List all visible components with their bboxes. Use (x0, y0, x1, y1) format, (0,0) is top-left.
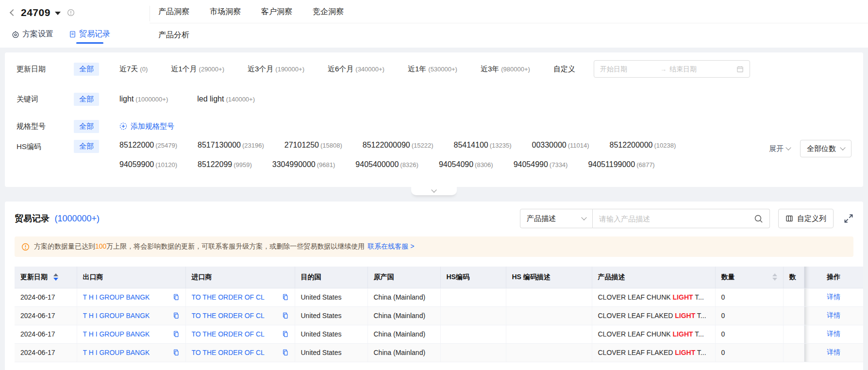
copy-icon[interactable] (173, 312, 180, 319)
product-search (593, 209, 770, 228)
keyword-option[interactable]: led light(140000+) (197, 95, 255, 103)
warning-icon (21, 243, 30, 251)
product-desc-cell: CLOVER LEAF FLAKED LIGHT T... (592, 343, 715, 362)
filter-row-hs-code: HS编码 全部 85122000(25479) 8517130000(23196… (17, 140, 851, 174)
copy-icon[interactable] (282, 331, 289, 337)
update-date-option[interactable]: 近1年(530000+) (408, 65, 457, 74)
product-desc-cell: CLOVER LEAF CHUNK LIGHT T... (592, 288, 715, 306)
copy-icon[interactable] (282, 312, 289, 319)
date-range-picker[interactable]: → (594, 60, 750, 78)
exporter-link[interactable]: T H I GROUP BANGK (83, 349, 150, 356)
copy-icon[interactable] (282, 349, 289, 356)
back-icon[interactable] (10, 9, 17, 16)
copy-icon[interactable] (173, 349, 180, 356)
filter-label: 规格型号 (17, 122, 74, 131)
hs-code-option[interactable]: 00330000(11014) (532, 141, 589, 150)
hs-code-option[interactable]: 85122000090(15222) (363, 141, 434, 150)
hs-digits-select[interactable]: 全部位数 (800, 140, 851, 157)
col-origin: 原产国 (367, 267, 440, 288)
subnav-label: 方案设置 (22, 29, 53, 39)
search-input[interactable] (599, 215, 754, 223)
hs-code-option[interactable]: 94059900(10120) (119, 160, 177, 169)
table-columns-icon (785, 215, 793, 222)
detail-link[interactable]: 详情 (804, 306, 863, 325)
col-hs-desc: HS 编码描述 (506, 267, 592, 288)
records-count: (1000000+) (54, 214, 100, 223)
filter-label: 关键词 (17, 95, 74, 104)
calendar-icon (736, 66, 744, 73)
exporter-link[interactable]: T H I GROUP BANGK (83, 312, 150, 320)
plan-dropdown-icon[interactable] (55, 12, 61, 15)
customize-columns-button[interactable]: 自定义列 (778, 209, 834, 228)
copy-icon[interactable] (282, 294, 289, 301)
filter-row-keyword: 关键词 全部 light(1000000+) led light(140000+… (17, 92, 851, 106)
info-icon[interactable] (67, 9, 75, 17)
subnav-item-plan-settings[interactable]: 方案设置 (12, 29, 53, 39)
start-date-input[interactable] (600, 65, 657, 73)
search-icon[interactable] (754, 214, 763, 223)
quota-warning-banner: 方案的数据量已达到100万上限，将会影响数据的更新，可联系客服升级方案，或删除一… (15, 236, 853, 257)
hs-code-option[interactable]: 8512200000(10238) (610, 141, 676, 150)
keyword-option[interactable]: light(1000000+) (119, 95, 168, 103)
hs-code-option[interactable]: 3304990000(9681) (272, 160, 335, 169)
col-truncated: 数 (783, 267, 804, 288)
spec-all-chip[interactable]: 全部 (74, 120, 99, 133)
update-date-all-chip[interactable]: 全部 (74, 63, 99, 76)
detail-link[interactable]: 详情 (804, 343, 863, 362)
filter-row-update-date: 更新日期 全部 近7天(0) 近1个月(29000+) 近3个月(190000+… (17, 60, 851, 78)
filter-panel: 更新日期 全部 近7天(0) 近1个月(29000+) 近3个月(190000+… (5, 52, 863, 187)
fullscreen-icon[interactable] (844, 214, 853, 223)
tab-product-analysis[interactable]: 产品分析 (158, 30, 189, 40)
hs-code-option[interactable]: 94051199000(6877) (588, 160, 654, 169)
end-date-input[interactable] (669, 65, 727, 73)
hs-code-option[interactable]: 85414100(13235) (454, 141, 512, 150)
hs-expand-toggle[interactable]: 展开 (769, 144, 790, 153)
trade-records-icon (69, 31, 76, 38)
hs-code-option[interactable]: 85122099(9959) (198, 160, 252, 169)
sort-update-date[interactable] (53, 273, 58, 281)
update-date-option[interactable]: 近1个月(29000+) (171, 65, 224, 74)
range-separator-icon: → (660, 66, 667, 73)
detail-link[interactable]: 详情 (804, 325, 863, 343)
update-date-option[interactable]: 近7天(0) (119, 65, 148, 74)
product-desc-cell: CLOVER LEAF FLAKED LIGHT T... (592, 306, 715, 325)
hs-code-option[interactable]: 8517130000(23196) (198, 141, 264, 150)
collapse-filter-button[interactable] (411, 187, 457, 195)
hs-code-option[interactable]: 94054990(7334) (514, 160, 568, 169)
tab-customer-insight[interactable]: 客户洞察 (261, 7, 292, 17)
exporter-link[interactable]: T H I GROUP BANGK (83, 330, 150, 338)
detail-link[interactable]: 详情 (804, 288, 863, 306)
update-date-option[interactable]: 近3个月(190000+) (248, 65, 304, 74)
col-importer: 进口商 (185, 267, 295, 288)
contact-support-link[interactable]: 联系在线客服 > (367, 242, 414, 250)
plan-settings-icon (12, 31, 19, 38)
importer-link[interactable]: TO THE ORDER OF CL (192, 312, 265, 320)
hs-code-option[interactable]: 9405400000(8326) (355, 160, 418, 169)
chevron-down-icon (431, 187, 436, 192)
update-date-option[interactable]: 近3年(980000+) (481, 65, 530, 74)
chevron-down-icon (840, 145, 845, 150)
copy-icon[interactable] (173, 331, 180, 337)
exporter-link[interactable]: T H I GROUP BANGK (83, 293, 150, 301)
hs-code-option[interactable]: 94054090(8306) (439, 160, 493, 169)
keyword-all-chip[interactable]: 全部 (74, 93, 99, 106)
hs-code-option[interactable]: 27101250(15808) (284, 141, 342, 150)
col-quantity: 数量 (721, 273, 735, 282)
importer-link[interactable]: TO THE ORDER OF CL (192, 330, 265, 338)
tab-product-insight[interactable]: 产品洞察 (158, 7, 189, 17)
insight-tabs: 产品洞察 市场洞察 客户洞察 竞企洞察 (158, 7, 344, 17)
update-date-option[interactable]: 近6个月(340000+) (328, 65, 384, 74)
sort-quantity[interactable] (772, 273, 777, 281)
search-field-select[interactable]: 产品描述 (520, 209, 593, 228)
importer-link[interactable]: TO THE ORDER OF CL (192, 293, 265, 301)
tab-competitor-insight[interactable]: 竞企洞察 (313, 7, 344, 17)
add-spec-button[interactable]: 添加规格型号 (119, 122, 174, 131)
tab-market-insight[interactable]: 市场洞察 (210, 7, 241, 17)
hs-all-chip[interactable]: 全部 (74, 140, 99, 153)
copy-icon[interactable] (173, 294, 180, 301)
subnav-item-trade-records[interactable]: 贸易记录 (69, 29, 110, 39)
custom-date-label[interactable]: 自定义 (553, 65, 575, 74)
hs-code-option[interactable]: 85122000(25479) (119, 141, 177, 150)
col-update-date: 更新日期 (20, 273, 48, 282)
importer-link[interactable]: TO THE ORDER OF CL (192, 349, 265, 356)
